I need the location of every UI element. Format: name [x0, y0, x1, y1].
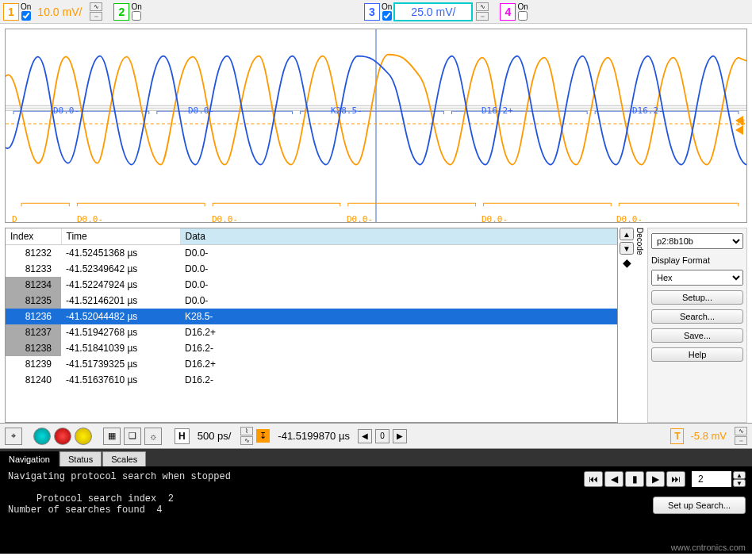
protocol-select[interactable]: p2:8b10b — [651, 233, 743, 249]
nav-last-button[interactable]: ⏭ — [666, 471, 685, 487]
channel-1-checkbox[interactable] — [21, 11, 31, 21]
marker-right: 13 — [736, 118, 745, 127]
cell-time: -41.52044482 µs — [61, 309, 180, 324]
table-row[interactable]: 81238-41.51841039 µsD16.2- — [6, 340, 617, 356]
brightness-icon[interactable]: ☼ — [144, 428, 162, 445]
search-button[interactable]: Search... — [651, 309, 743, 324]
bottom-tabs: Navigation Status Scales — [0, 449, 752, 466]
setup-search-button[interactable]: Set up Search... — [653, 497, 746, 514]
channel-3-checkbox[interactable] — [382, 11, 392, 21]
channel-1-button[interactable]: 1 — [3, 3, 19, 21]
tab-status[interactable]: Status — [59, 451, 102, 466]
channel-3-coupling[interactable]: ∿⎓ — [476, 2, 489, 21]
save-button[interactable]: Save... — [651, 328, 743, 343]
channel-toolbar: 1 On 10.0 mV/ ∿⎓ 2 On 3 On 25.0 mV/ ∿⎓ 4… — [0, 0, 752, 24]
search-index-input[interactable]: 2 — [692, 471, 731, 487]
run-button[interactable] — [33, 428, 51, 445]
channel-4-button[interactable]: 4 — [500, 3, 516, 21]
channel-1-scale[interactable]: 10.0 mV/ — [33, 6, 86, 18]
cell-index: 81233 — [6, 261, 61, 277]
col-data[interactable]: Data — [180, 228, 617, 245]
table-row[interactable]: 81233-41.52349642 µsD0.0- — [6, 261, 617, 277]
trigger-indicator[interactable]: T — [670, 428, 684, 444]
autoscale-icon[interactable]: ▦ — [103, 428, 121, 445]
collapse-icon[interactable]: ◆ — [623, 256, 631, 269]
nav-first-button[interactable]: ⏮ — [584, 471, 603, 487]
channel-3-scale[interactable]: 25.0 mV/ — [393, 2, 473, 21]
cell-time: -41.51942768 µs — [61, 324, 180, 340]
horizontal-indicator[interactable]: H — [175, 428, 190, 444]
channel-1-on: On — [21, 2, 31, 21]
search-index-spinner: ▲▼ — [733, 471, 746, 487]
display-format-label: Display Format — [651, 255, 743, 265]
spinner-up[interactable]: ▲ — [733, 471, 746, 479]
table-row[interactable]: 81237-41.51942768 µsD16.2+ — [6, 324, 617, 340]
decode-side-label: Decode — [635, 228, 644, 423]
cell-data: D0.0- — [180, 277, 617, 293]
display-format-select[interactable]: Hex — [651, 270, 743, 286]
single-button[interactable] — [75, 428, 92, 445]
table-row[interactable]: 81234-41.52247924 µsD0.0- — [6, 277, 617, 293]
trigger-value[interactable]: -5.8 mV — [687, 430, 730, 442]
spinner-down[interactable]: ▼ — [733, 479, 746, 487]
channel-2-group: 2 On — [113, 2, 141, 21]
cell-time: -41.51637610 µs — [61, 372, 180, 388]
cell-time: -41.52247924 µs — [61, 277, 180, 293]
channel-1-coupling[interactable]: ∿⎓ — [90, 2, 102, 21]
decode-panel: p2:8b10b Display Format Hex Setup... Sea… — [647, 228, 747, 423]
delay-zero-button[interactable]: 0 — [375, 429, 389, 443]
decode-table-area: Index Time Data 81232-41.52451368 µsD0.0… — [5, 228, 747, 423]
trigger-mode-icons[interactable]: ∿⎓ — [735, 427, 747, 445]
waveform-display[interactable]: D0.0- D0.0- K28.5- D16.2+ D16.2- D D0.0-… — [5, 29, 747, 223]
table-nav-arrows: ▲ ▼ ◆ — [620, 228, 634, 423]
dc-icon: ⎓ — [476, 12, 489, 21]
channel-2-button[interactable]: 2 — [113, 3, 129, 21]
trigger-marker-icon[interactable]: ↧ — [256, 429, 270, 443]
table-row[interactable]: 81239-41.51739325 µsD16.2+ — [6, 356, 617, 372]
nav-next-button[interactable]: ▶ — [646, 471, 665, 487]
decode-table[interactable]: Index Time Data 81232-41.52451368 µsD0.0… — [5, 228, 618, 423]
table-row[interactable]: 81235-41.52146201 µsD0.0- — [6, 293, 617, 309]
timebase-mode-icons[interactable]: ⌇∿ — [240, 427, 253, 445]
terminal-line3: Number of searches found 4 — [8, 504, 162, 516]
table-row[interactable]: 81236-41.52044482 µsK28.5- — [6, 309, 617, 324]
cell-data: D0.0- — [180, 261, 617, 277]
channel-4-group: 4 On — [500, 2, 528, 21]
cell-index: 81235 — [6, 293, 61, 309]
setup-button[interactable]: Setup... — [651, 290, 743, 305]
cell-time: -41.52146201 µs — [61, 293, 180, 309]
layers-icon[interactable]: ❑ — [124, 428, 141, 445]
channel-2-checkbox[interactable] — [132, 11, 141, 21]
tab-scales[interactable]: Scales — [102, 451, 146, 466]
bottom-toolbar: ⌖ ▦ ❑ ☼ H 500 ps/ ⌇∿ ↧ -41.5199870 µs ◀ … — [0, 423, 752, 449]
col-index[interactable]: Index — [6, 228, 61, 245]
nav-stop-button[interactable]: ▮ — [625, 471, 644, 487]
cell-time: -41.51739325 µs — [61, 356, 180, 372]
stop-button[interactable] — [54, 428, 71, 445]
table-row[interactable]: 81240-41.51637610 µsD16.2- — [6, 372, 617, 388]
table-row[interactable]: 81232-41.52451368 µsD0.0- — [6, 245, 617, 262]
cell-index: 81239 — [6, 356, 61, 372]
cell-index: 81236 — [6, 309, 61, 324]
channel-4-checkbox[interactable] — [518, 11, 528, 21]
row-up-button[interactable]: ▲ — [620, 228, 634, 240]
cell-index: 81238 — [6, 340, 61, 356]
cursor-icon[interactable]: ⌖ — [5, 428, 22, 445]
cell-data: D0.0- — [180, 293, 617, 309]
timebase-value[interactable]: 500 ps/ — [193, 430, 236, 442]
watermark: www.cntronics.com — [671, 543, 746, 552]
cell-data: D16.2- — [180, 340, 617, 356]
delay-right-button[interactable]: ▶ — [393, 429, 407, 443]
ac-icon: ∿ — [90, 2, 102, 11]
delay-left-button[interactable]: ◀ — [358, 429, 372, 443]
delay-value[interactable]: -41.5199870 µs — [273, 430, 355, 442]
col-time[interactable]: Time — [61, 228, 180, 245]
search-nav-controls: ⏮ ◀ ▮ ▶ ⏭ 2 ▲▼ — [584, 471, 746, 487]
tab-navigation[interactable]: Navigation — [0, 451, 59, 466]
cell-data: D0.0- — [180, 245, 617, 262]
channel-4-on: On — [517, 2, 528, 21]
row-down-button[interactable]: ▼ — [620, 242, 634, 255]
help-button[interactable]: Help — [651, 347, 743, 362]
channel-3-button[interactable]: 3 — [364, 3, 380, 21]
nav-prev-button[interactable]: ◀ — [604, 471, 623, 487]
